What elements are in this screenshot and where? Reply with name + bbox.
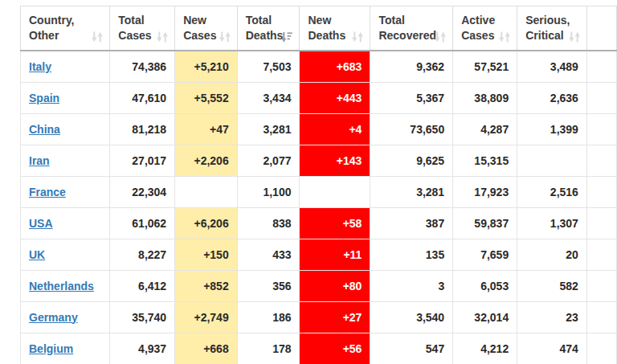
total_recovered-cell: 3: [370, 270, 453, 301]
serious_critical-cell: 23: [517, 301, 587, 333]
column-header-total_recovered[interactable]: TotalRecovered: [370, 6, 453, 51]
extra-cell: [586, 145, 616, 176]
country-link[interactable]: France: [29, 186, 66, 198]
serious_critical-cell: 2,636: [517, 82, 587, 113]
new_cases-cell: +150: [175, 239, 238, 270]
extra-cell: [586, 239, 616, 270]
sort-icon[interactable]: [92, 31, 103, 43]
new_cases-cell: +668: [175, 333, 238, 364]
table-row: Germany35,740+2,749186+273,54032,01423: [21, 301, 617, 333]
sort-icon[interactable]: [499, 31, 510, 43]
column-header-total_cases[interactable]: TotalCases: [110, 6, 175, 51]
covid-stats-table: Country,OtherTotalCasesNewCasesTotalDeat…: [20, 6, 617, 364]
active_cases-cell: 57,521: [453, 51, 517, 82]
new_deaths-cell: +56: [300, 333, 370, 364]
sort-icon[interactable]: [157, 31, 168, 43]
country-link[interactable]: Italy: [29, 60, 51, 73]
new_cases-cell: +47: [175, 113, 238, 145]
extra-cell: [586, 113, 616, 145]
new_deaths-cell: +143: [300, 145, 370, 176]
active_cases-cell: 38,809: [453, 82, 517, 113]
total_recovered-cell: 5,367: [370, 82, 453, 113]
total_deaths-cell: 3,281: [237, 113, 300, 145]
column-header-label: Country,Other: [29, 14, 75, 42]
sort-icon[interactable]: [435, 31, 446, 43]
table-row: France22,3041,1003,28117,9232,516: [21, 176, 617, 207]
sort-desc-icon[interactable]: [281, 31, 292, 43]
new_deaths-cell: [300, 176, 370, 207]
extra-cell: [586, 301, 616, 333]
serious_critical-cell: 582: [517, 270, 587, 301]
serious_critical-cell: 20: [517, 239, 587, 270]
table-row: Italy74,386+5,2107,503+6839,36257,5213,4…: [21, 51, 617, 82]
total_deaths-cell: 3,434: [237, 82, 300, 113]
extra-cell: [586, 51, 616, 82]
total_recovered-cell: 9,362: [370, 51, 453, 82]
active_cases-cell: 7,659: [453, 239, 517, 270]
covid-stats-table-viewport: Country,OtherTotalCasesNewCasesTotalDeat…: [0, 0, 617, 364]
extra-cell: [586, 270, 616, 301]
total_recovered-cell: 3,540: [370, 301, 453, 333]
active_cases-cell: 59,837: [453, 207, 517, 239]
total_cases-cell: 27,017: [110, 145, 175, 176]
active_cases-cell: 6,053: [453, 270, 517, 301]
new_deaths-cell: +80: [300, 270, 370, 301]
new_cases-cell: [175, 176, 238, 207]
country-link[interactable]: UK: [29, 248, 45, 261]
table-row: Belgium4,937+668178+565474,212474: [21, 333, 617, 364]
total_deaths-cell: 1,100: [237, 176, 300, 207]
sort-icon[interactable]: [569, 31, 580, 43]
country-link[interactable]: Germany: [29, 311, 78, 324]
serious_critical-cell: [517, 145, 587, 176]
serious_critical-cell: 474: [517, 333, 587, 364]
column-header-label: TotalCases: [118, 14, 151, 42]
country-link[interactable]: Netherlands: [29, 280, 94, 292]
country-link[interactable]: USA: [29, 217, 53, 230]
column-header-new_cases[interactable]: NewCases: [175, 6, 238, 51]
active_cases-cell: 17,923: [453, 176, 517, 207]
table-row: Netherlands6,412+852356+8036,053582: [21, 270, 617, 301]
total_cases-cell: 74,386: [110, 51, 175, 82]
total_recovered-cell: 387: [370, 207, 453, 239]
total_recovered-cell: 9,625: [370, 145, 453, 176]
country-cell: Spain: [21, 82, 110, 113]
country-link[interactable]: Iran: [29, 154, 50, 167]
column-header-label: TotalRecovered: [378, 14, 436, 42]
country-cell: China: [21, 113, 110, 145]
new_cases-cell: +5,552: [175, 82, 238, 113]
serious_critical-cell: 2,516: [517, 176, 587, 207]
total_cases-cell: 8,227: [110, 239, 175, 270]
serious_critical-cell: 3,489: [517, 51, 587, 82]
country-link[interactable]: China: [29, 123, 60, 136]
active_cases-cell: 4,287: [453, 113, 517, 145]
total_deaths-cell: 838: [237, 207, 300, 239]
sort-icon[interactable]: [352, 31, 363, 43]
column-header-label: NewDeaths: [308, 14, 345, 42]
new_deaths-cell: +4: [300, 113, 370, 145]
total_recovered-cell: 547: [370, 333, 453, 364]
total_deaths-cell: 2,077: [237, 145, 300, 176]
table-header: Country,OtherTotalCasesNewCasesTotalDeat…: [21, 6, 617, 51]
column-header-new_deaths[interactable]: NewDeaths: [300, 6, 370, 51]
country-cell: UK: [21, 239, 110, 270]
extra-cell: [586, 82, 616, 113]
country-link[interactable]: Spain: [29, 92, 59, 104]
column-header-country[interactable]: Country,Other: [21, 6, 110, 51]
new_deaths-cell: +443: [300, 82, 370, 113]
total_cases-cell: 47,610: [110, 82, 175, 113]
table-row: UK8,227+150433+111357,65920: [21, 239, 617, 270]
total_deaths-cell: 356: [237, 270, 300, 301]
table-row: USA61,062+6,206838+5838759,8371,307: [21, 207, 617, 239]
table-row: China81,218+473,281+473,6504,2871,399: [21, 113, 617, 145]
new_deaths-cell: +27: [300, 301, 370, 333]
column-header-total_deaths[interactable]: TotalDeaths: [237, 6, 300, 51]
total_deaths-cell: 186: [237, 301, 300, 333]
column-header-serious_critical[interactable]: Serious,Critical: [517, 6, 587, 51]
column-header-active_cases[interactable]: ActiveCases: [453, 6, 517, 51]
country-cell: Iran: [21, 145, 110, 176]
country-cell: USA: [21, 207, 110, 239]
sort-icon[interactable]: [219, 31, 231, 43]
active_cases-cell: 15,315: [453, 145, 517, 176]
country-link[interactable]: Belgium: [29, 342, 73, 355]
new_deaths-cell: +11: [300, 239, 370, 270]
